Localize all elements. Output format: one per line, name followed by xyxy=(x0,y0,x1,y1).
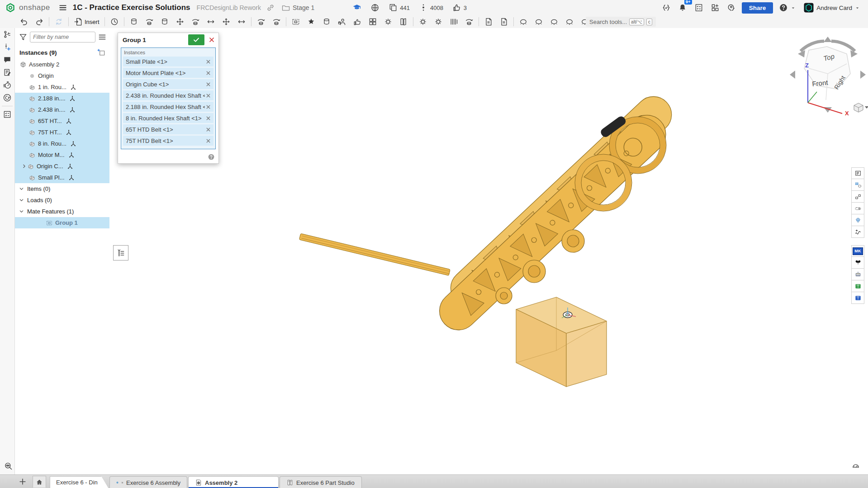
view-observe-button[interactable] xyxy=(1,460,16,473)
tree-item[interactable]: 2.188 in.... xyxy=(15,93,109,104)
tree-item[interactable]: Origin C... xyxy=(15,161,109,172)
bom-table-button[interactable] xyxy=(851,179,864,191)
likes-stat[interactable]: 3 xyxy=(451,2,468,14)
learning-center-button[interactable] xyxy=(726,2,737,14)
search-tools[interactable]: Search tools... alt/⌥ c xyxy=(586,17,656,27)
feature-list-panel-button[interactable] xyxy=(851,167,864,179)
pattern-button[interactable] xyxy=(320,16,333,27)
redo-button[interactable] xyxy=(33,16,46,27)
library-green-button[interactable] xyxy=(851,280,864,292)
list-options-icon[interactable] xyxy=(98,33,107,42)
remove-instance-button[interactable] xyxy=(205,104,212,110)
screw-relation-button[interactable] xyxy=(432,16,445,27)
tree-item[interactable]: Motor M... xyxy=(15,149,109,161)
view-cube-body[interactable]: Top Front Right xyxy=(804,47,850,100)
mate-feature-group-item[interactable]: Group 1 xyxy=(15,217,109,228)
rack-and-pinion-button[interactable] xyxy=(447,16,460,27)
mate-pin-slot-button[interactable] xyxy=(204,16,217,27)
publications-button[interactable] xyxy=(397,16,410,27)
update-button[interactable] xyxy=(52,16,65,27)
panel-section-header[interactable]: Loads (0) xyxy=(15,194,109,206)
remove-instance-button[interactable] xyxy=(205,92,212,99)
tree-item[interactable]: 65T HT... xyxy=(15,115,109,127)
mkcad-app-button[interactable]: MK xyxy=(851,245,864,257)
share-button[interactable]: Share xyxy=(742,2,773,14)
new-tab-button[interactable] xyxy=(17,476,28,487)
tree-item[interactable]: Small Pl... xyxy=(15,172,109,183)
tasks-button[interactable] xyxy=(693,2,705,14)
history-button[interactable] xyxy=(0,79,14,91)
remove-instance-button[interactable] xyxy=(205,115,212,122)
notes-button[interactable] xyxy=(0,66,14,79)
mate-ball-button[interactable] xyxy=(220,16,232,27)
mate-revolute-button[interactable] xyxy=(143,16,156,27)
origin-cube[interactable] xyxy=(516,297,607,387)
performance-button[interactable] xyxy=(851,461,860,470)
edit-drawing-button[interactable] xyxy=(482,16,495,27)
insert-version-button[interactable] xyxy=(0,41,14,53)
dialog-instance-row[interactable]: Small Plate <1> xyxy=(123,57,213,66)
robot-app-button[interactable] xyxy=(851,269,864,280)
display-states-button[interactable] xyxy=(351,16,364,27)
notifications-button[interactable]: 9+ xyxy=(677,2,688,14)
tab-manager-button[interactable] xyxy=(33,476,46,488)
revert-timeline-button[interactable] xyxy=(108,16,121,27)
view-mode-button[interactable] xyxy=(854,103,868,112)
dialog-instance-row[interactable]: Motor Mount Plate <1> xyxy=(123,68,213,78)
education-badge[interactable] xyxy=(351,2,363,14)
featurescript-notices-button[interactable] xyxy=(660,2,672,14)
remove-instance-button[interactable] xyxy=(205,126,212,133)
expander-icon[interactable] xyxy=(21,163,27,169)
tree-item[interactable]: Origin xyxy=(15,70,109,81)
main-menu-button[interactable] xyxy=(57,1,69,14)
uses-stat[interactable]: 4008 xyxy=(417,2,445,14)
instances-selection-box[interactable]: Instances Small Plate <1>Motor Mount Pla… xyxy=(121,47,216,149)
remove-instance-button[interactable] xyxy=(205,81,212,88)
checklist-button[interactable] xyxy=(0,108,14,121)
tree-item[interactable]: 2.438 in.... xyxy=(15,104,109,115)
dialog-instance-row[interactable]: 2.438 in. Rounded Hex Shaft <... xyxy=(123,90,213,100)
mate-cylindrical-button[interactable] xyxy=(189,16,202,27)
belt-relation-button[interactable] xyxy=(463,16,475,27)
dialog-instance-row[interactable]: Origin Cube <1> xyxy=(123,79,213,89)
section-view-button[interactable] xyxy=(517,16,530,27)
filter-input[interactable] xyxy=(30,32,95,43)
remove-instance-button[interactable] xyxy=(205,58,212,65)
create-drawing-button[interactable] xyxy=(498,16,510,27)
help-icon[interactable] xyxy=(208,153,215,161)
confirm-button[interactable] xyxy=(188,34,204,45)
tab-assembly-2[interactable]: Assembly 2 xyxy=(188,476,279,488)
add-group-icon[interactable] xyxy=(97,48,106,57)
variables-button[interactable] xyxy=(851,226,864,238)
panel-section-header[interactable]: Items (0) xyxy=(15,183,109,194)
mate-planar-button[interactable] xyxy=(174,16,186,27)
appearance-button[interactable] xyxy=(851,214,864,226)
show-all-button[interactable] xyxy=(563,16,576,27)
dialog-instance-row[interactable]: 2.188 in. Rounded Hex Shaft <... xyxy=(123,102,213,112)
linked-documents-button[interactable] xyxy=(851,191,864,203)
view-cube[interactable]: Top Front Right Z X xyxy=(787,34,868,115)
hide-instance-button[interactable] xyxy=(548,16,560,27)
undo-button[interactable] xyxy=(18,16,30,27)
copies-stat[interactable]: 441 xyxy=(387,2,411,14)
library-blue-button[interactable] xyxy=(851,292,864,304)
replicate-button[interactable] xyxy=(305,16,318,27)
folder-breadcrumb[interactable]: Stage 1 xyxy=(280,2,316,14)
tree-item[interactable]: 1 in. Rou... xyxy=(15,81,109,93)
public-document-button[interactable] xyxy=(369,2,381,14)
group-button[interactable] xyxy=(289,16,302,27)
remove-instance-button[interactable] xyxy=(205,137,212,144)
mate-tangent-button[interactable] xyxy=(255,16,267,27)
tab-exercise-6-part-studio[interactable]: Exercise 6 Part Studio xyxy=(280,476,362,488)
help-menu-button[interactable] xyxy=(778,2,797,14)
cancel-button[interactable] xyxy=(207,35,216,44)
mate-slider-button[interactable] xyxy=(158,16,171,27)
isolate-button[interactable] xyxy=(532,16,545,27)
comments-button[interactable] xyxy=(0,53,14,66)
model-viewport[interactable]: Group 1 Instances Small Plate <1>Motor M… xyxy=(109,28,868,474)
tree-collapse-toggle[interactable] xyxy=(113,245,128,261)
hex-shaft[interactable] xyxy=(299,233,450,275)
insert-button[interactable]: Insert xyxy=(72,16,101,27)
slot-tool-button[interactable] xyxy=(851,203,864,214)
follow-mode-button[interactable] xyxy=(0,91,14,104)
